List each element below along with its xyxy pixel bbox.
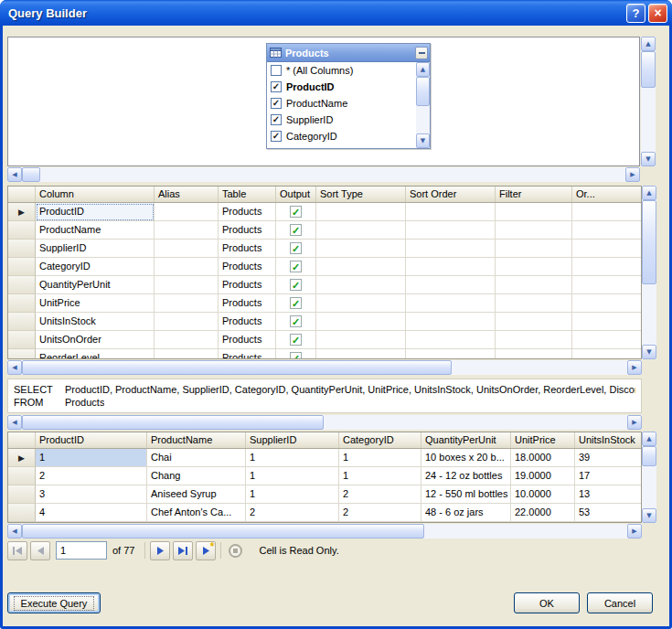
row-selector[interactable] [8, 221, 36, 240]
results-header-unitprice[interactable]: UnitPrice [511, 432, 575, 448]
criteria-cell-table[interactable]: Products [219, 203, 276, 221]
results-cell[interactable]: 1 [339, 449, 421, 467]
criteria-cell-sort_type[interactable] [316, 203, 406, 221]
results-header-productid[interactable]: ProductID [36, 432, 147, 448]
criteria-cell-or[interactable] [572, 349, 642, 359]
row-selector[interactable] [8, 240, 36, 258]
criteria-cell-sort_order[interactable] [406, 240, 496, 258]
output-checkbox[interactable]: ✓ [290, 352, 302, 359]
criteria-cell-column[interactable]: ProductID [36, 203, 155, 221]
scroll-thumb[interactable] [22, 360, 452, 375]
scroll-track[interactable] [641, 51, 656, 152]
criteria-cell-alias[interactable] [155, 276, 219, 294]
scroll-up-button[interactable]: ▲ [641, 37, 656, 51]
criteria-cell-filter[interactable] [496, 258, 572, 276]
collapse-table-button[interactable] [415, 47, 428, 59]
results-cell[interactable]: 1 [246, 467, 339, 485]
scroll-track[interactable] [416, 77, 430, 133]
results-cell[interactable]: 3 [36, 485, 147, 504]
criteria-cell-output[interactable]: ✓ [276, 294, 316, 313]
scroll-right-button[interactable]: ▶ [627, 524, 642, 538]
row-selector[interactable] [8, 313, 36, 331]
products-table-window[interactable]: Products * (All Columns)✓ProductID✓Produ… [266, 43, 431, 149]
criteria-cell-filter[interactable] [496, 331, 572, 349]
row-selector[interactable] [8, 331, 36, 349]
scroll-down-button[interactable]: ▼ [641, 152, 656, 166]
results-header-supplierid[interactable]: SupplierID [246, 432, 339, 448]
criteria-header-output[interactable]: Output [276, 187, 316, 202]
criteria-cell-or[interactable] [572, 203, 642, 221]
results-cell[interactable]: 4 [36, 504, 147, 522]
criteria-cell-sort_order[interactable] [406, 331, 496, 349]
criteria-cell-output[interactable]: ✓ [276, 258, 316, 276]
scroll-left-button[interactable]: ◀ [7, 415, 22, 430]
results-header-productname[interactable]: ProductName [147, 432, 246, 448]
scroll-thumb[interactable] [22, 524, 424, 538]
diagram-hscrollbar[interactable]: ◀▶ [7, 167, 640, 182]
criteria-cell-or[interactable] [572, 240, 642, 258]
results-vscrollbar[interactable]: ▲▼ [642, 432, 656, 523]
column-checkbox[interactable]: ✓ [271, 98, 282, 109]
scroll-thumb[interactable] [22, 167, 40, 182]
column-checkbox[interactable]: ✓ [271, 131, 282, 142]
move-next-button[interactable] [150, 541, 170, 560]
execute-query-button[interactable]: Execute Query [7, 592, 101, 613]
diagram-column-item[interactable]: ✓CategoryID [267, 128, 416, 144]
criteria-cell-sort_type[interactable] [316, 331, 406, 349]
sql-hscrollbar[interactable]: ◀▶ [7, 415, 642, 430]
results-header-unitsinstock[interactable]: UnitsInStock [575, 432, 642, 448]
results-cell[interactable]: Chang [147, 467, 246, 485]
output-checkbox[interactable]: ✓ [290, 224, 302, 236]
column-checkbox[interactable]: ✓ [271, 114, 282, 125]
criteria-cell-output[interactable]: ✓ [276, 276, 316, 294]
results-hscrollbar[interactable]: ◀▶ [7, 524, 642, 538]
criteria-cell-or[interactable] [572, 313, 642, 331]
results-cell[interactable]: 17 [575, 467, 642, 485]
criteria-cell-output[interactable]: ✓ [276, 313, 316, 331]
row-selector[interactable] [8, 276, 36, 294]
criteria-cell-sort_order[interactable] [406, 276, 496, 294]
criteria-cell-output[interactable]: ✓ [276, 349, 316, 359]
scroll-track[interactable] [22, 167, 625, 182]
criteria-cell-filter[interactable] [496, 240, 572, 258]
criteria-cell-table[interactable]: Products [219, 240, 276, 258]
move-first-button[interactable] [7, 541, 27, 560]
results-grid[interactable]: ProductIDProductNameSupplierIDCategoryID… [7, 432, 642, 523]
scroll-right-button[interactable]: ▶ [627, 415, 642, 430]
scroll-left-button[interactable]: ◀ [7, 167, 22, 182]
criteria-cell-sort_order[interactable] [406, 349, 496, 359]
results-cell[interactable]: 10 boxes x 20 b... [421, 449, 511, 467]
products-scrollbar[interactable]: ▲▼ [416, 62, 430, 148]
results-cell[interactable]: 53 [575, 504, 642, 522]
output-checkbox[interactable]: ✓ [290, 315, 302, 327]
criteria-cell-sort_type[interactable] [316, 294, 406, 313]
criteria-cell-table[interactable]: Products [219, 331, 276, 349]
results-cell[interactable]: Chef Anton's Ca... [147, 504, 246, 522]
scroll-track[interactable] [642, 200, 656, 345]
criteria-cell-filter[interactable] [496, 313, 572, 331]
criteria-cell-column[interactable]: CategoryID [36, 258, 155, 276]
criteria-cell-alias[interactable] [155, 221, 219, 240]
results-header-categoryid[interactable]: CategoryID [339, 432, 421, 448]
criteria-cell-or[interactable] [572, 221, 642, 240]
diagram-column-item[interactable]: ✓SupplierID [267, 112, 416, 128]
scroll-right-button[interactable]: ▶ [627, 360, 642, 375]
scroll-thumb[interactable] [22, 415, 324, 430]
ok-button[interactable]: OK [514, 592, 580, 613]
scroll-track[interactable] [22, 524, 627, 538]
column-checkbox[interactable]: ✓ [271, 81, 282, 92]
criteria-header-sorttype[interactable]: Sort Type [316, 187, 406, 202]
criteria-grid[interactable]: ColumnAliasTableOutputSort TypeSort Orde… [7, 186, 642, 359]
row-selector[interactable] [8, 294, 36, 313]
results-cell[interactable]: 18.0000 [511, 449, 575, 467]
scroll-track[interactable] [22, 415, 627, 430]
criteria-cell-table[interactable]: Products [219, 276, 276, 294]
diagram-column-item[interactable]: ✓ProductName [267, 95, 416, 112]
results-cell[interactable]: Aniseed Syrup [147, 485, 246, 504]
criteria-cell-column[interactable]: UnitsInStock [36, 313, 155, 331]
criteria-hscrollbar[interactable]: ◀▶ [7, 360, 642, 375]
criteria-cell-sort_type[interactable] [316, 221, 406, 240]
cancel-button[interactable]: Cancel [587, 592, 653, 613]
row-selector[interactable]: ▶ [8, 203, 36, 221]
products-table-titlebar[interactable]: Products [267, 44, 430, 62]
